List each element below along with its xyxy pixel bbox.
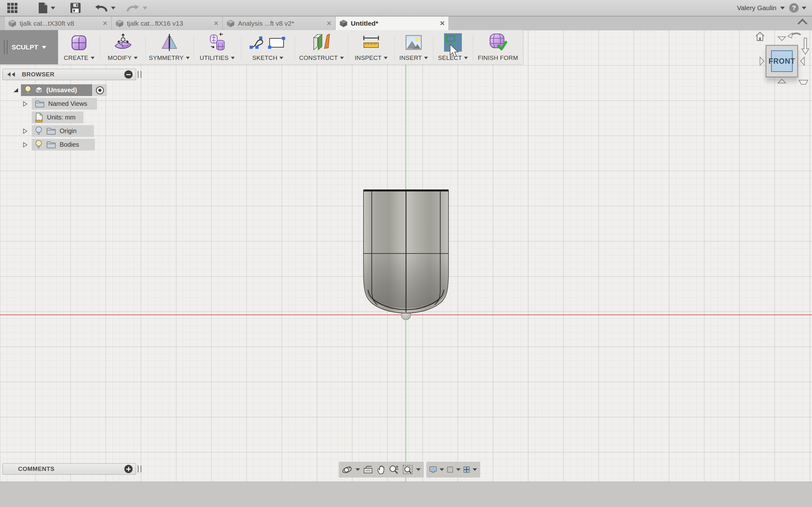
zoom-icon[interactable] [389, 464, 399, 475]
comments-panel-header[interactable]: COMMENTS [3, 463, 136, 475]
viewcube-rotate-cw-icon[interactable] [801, 38, 809, 55]
file-menu-button[interactable] [38, 2, 55, 14]
orbit-caret[interactable] [356, 468, 360, 471]
tree-expand-icon[interactable] [13, 87, 19, 94]
tree-collapsed-arrow[interactable] [22, 128, 28, 134]
viewports-caret[interactable] [473, 468, 477, 471]
display-settings-icon[interactable] [429, 464, 437, 475]
redo-icon [126, 3, 140, 13]
look-at-icon[interactable] [363, 464, 373, 475]
document-tab-1[interactable]: tjalk cat...tX30ft v8 × [4, 16, 112, 30]
file-icon [38, 2, 48, 14]
browser-panel-header[interactable]: BROWSER [3, 69, 136, 80]
data-panel-button[interactable] [7, 3, 18, 13]
tree-collapsed-arrow[interactable] [22, 101, 28, 107]
create-caret [91, 57, 95, 59]
visibility-bulb-on-icon[interactable] [35, 140, 43, 150]
grid-settings-caret[interactable] [456, 468, 461, 471]
tree-item-bodies[interactable]: Bodies [32, 139, 95, 151]
zoom-window-caret[interactable] [416, 468, 420, 471]
radio-selected-icon [96, 86, 104, 95]
tab-close-button[interactable]: × [103, 18, 107, 28]
visibility-bulb-off-icon[interactable] [35, 126, 43, 136]
file-menu-caret [51, 7, 55, 9]
toolbar-group-create[interactable]: CREATE [58, 30, 100, 64]
toolbar-group-utilities[interactable]: UTILITIES [194, 30, 241, 64]
tab-close-button[interactable]: × [327, 18, 332, 28]
viewcube[interactable]: FRONT [766, 45, 798, 77]
pan-hand-icon[interactable] [376, 464, 386, 475]
document-tab-3[interactable]: Analysis ...ft v8 v2* × [223, 16, 336, 30]
toolbar-group-construct[interactable]: CONSTRUCT [295, 30, 348, 64]
undo-button[interactable] [95, 3, 115, 13]
model-body[interactable] [358, 186, 454, 328]
tree-item-named-views[interactable]: Named Views [32, 98, 97, 110]
tree-collapsed-arrow[interactable] [22, 142, 28, 148]
fusion360-window: Valery Gaulin ? tjalk cat...tX30ft v8 × [0, 0, 812, 507]
browser-panel-grip[interactable] [138, 71, 142, 78]
tab-label: Analysis ...ft v8 v2* [238, 20, 323, 27]
tab-close-button[interactable]: × [214, 18, 218, 28]
grid-settings-icon[interactable] [447, 464, 453, 475]
visibility-bulb-on-icon[interactable] [24, 85, 32, 95]
toolbar-group-inspect[interactable]: INSPECT [348, 30, 394, 64]
viewcube-front-face[interactable]: FRONT [771, 50, 793, 72]
orbit-icon[interactable] [342, 464, 353, 475]
add-comment-icon[interactable] [124, 465, 133, 473]
viewcube-arrow-left[interactable] [759, 56, 764, 66]
viewcube-arrow-right[interactable] [800, 56, 805, 66]
tree-item-label: Named Views [48, 100, 87, 107]
tree-item-origin[interactable]: Origin [32, 125, 94, 137]
user-menu[interactable]: Valery Gaulin [737, 4, 785, 12]
help-menu[interactable]: ? [789, 3, 806, 13]
application-bar: Valery Gaulin ? [0, 0, 812, 16]
workspace-mode-dropdown[interactable]: SCULPT [0, 30, 58, 64]
utilities-caret [231, 57, 235, 59]
group-label: SKETCH [252, 55, 277, 61]
create-box-icon [69, 33, 89, 52]
save-button[interactable] [70, 2, 81, 14]
toolbar-grip [4, 40, 8, 54]
viewports-icon[interactable] [463, 464, 470, 475]
browser-title: BROWSER [22, 71, 55, 78]
3d-viewport[interactable] [0, 30, 812, 482]
display-settings-toolbar [426, 462, 480, 477]
tree-root-document[interactable]: (Unsaved) [21, 84, 92, 96]
help-menu-caret [802, 7, 806, 9]
finish-form-icon [488, 33, 508, 52]
redo-history-caret [143, 7, 147, 9]
document-tab-2[interactable]: tjalk cat...ftX16 v13 × [112, 16, 223, 30]
document-tab-4-active[interactable]: Untitled* × [336, 16, 449, 30]
toolbar-group-modify[interactable]: MODIFY [100, 30, 145, 64]
redo-button[interactable] [126, 3, 147, 13]
mode-label: SCULPT [11, 43, 38, 51]
browser-minimize-icon[interactable] [124, 70, 133, 78]
tab-label: Untitled* [351, 20, 437, 27]
zoom-window-icon[interactable] [403, 464, 413, 475]
collapse-panel-icon[interactable] [6, 72, 17, 77]
mode-caret [42, 46, 46, 49]
sketch-spline-rect-icon [249, 33, 287, 52]
grid-menu-icon [7, 3, 18, 13]
toolbar-group-insert[interactable]: INSERT [394, 30, 433, 64]
undo-icon [95, 3, 108, 13]
viewcube-home-icon[interactable] [755, 31, 765, 42]
collapse-toolbar-chevron[interactable] [797, 18, 808, 25]
tab-close-button[interactable]: × [440, 18, 445, 28]
tree-item-units[interactable]: Units: mm [32, 112, 84, 123]
viewcube-arrow-top[interactable] [777, 36, 786, 41]
display-settings-caret[interactable] [440, 468, 444, 471]
component-cube-icon [35, 86, 43, 95]
toolbar-group-symmetry[interactable]: SYMMETRY [145, 30, 194, 64]
symmetry-mirror-icon [160, 33, 179, 52]
modify-caret [134, 57, 138, 59]
viewcube-corner-widget[interactable] [798, 79, 809, 86]
activate-component-radio[interactable] [93, 84, 107, 96]
group-label: MODIFY [107, 55, 132, 61]
tab-label: tjalk cat...ftX16 v13 [127, 20, 211, 27]
viewcube-rotate-ccw-icon[interactable] [787, 31, 802, 40]
comments-panel-grip[interactable] [138, 465, 142, 472]
toolbar-group-finish-form[interactable]: FINISH FORM [473, 30, 523, 64]
viewcube-arrow-bottom[interactable] [777, 78, 786, 83]
toolbar-group-sketch[interactable]: SKETCH [241, 30, 295, 64]
